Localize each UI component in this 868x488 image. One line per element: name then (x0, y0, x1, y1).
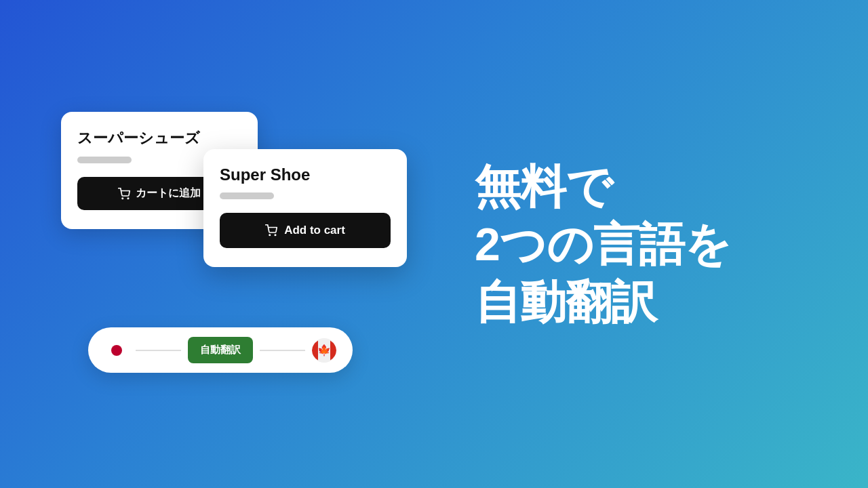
japanese-card-title: スーパーシューズ (77, 128, 241, 148)
headline-line2: 2つの言語を (475, 216, 731, 273)
cart-icon-jp (118, 188, 130, 200)
svg-point-1 (127, 198, 129, 199)
canada-flag-svg: 🍁 (312, 338, 336, 363)
line-right (260, 350, 305, 351)
auto-translate-button[interactable]: 自動翻訳 (188, 337, 253, 363)
english-add-btn-label: Add to cart (284, 224, 345, 237)
japanese-price-placeholder (77, 157, 132, 163)
japan-flag-circle (111, 345, 122, 356)
japanese-add-btn-label: カートに追加 (136, 186, 201, 201)
main-container: スーパーシューズ カートに追加 Super Shoe (0, 0, 868, 488)
cart-icon-en (265, 224, 277, 237)
headline-line3: 自動翻訳 (475, 273, 731, 331)
left-section: スーパーシューズ カートに追加 Super Shoe (0, 0, 434, 488)
english-add-to-cart-button[interactable]: Add to cart (220, 213, 391, 248)
svg-point-0 (122, 198, 123, 199)
headline: 無料で 2つの言語を 自動翻訳 (475, 158, 731, 331)
english-price-placeholder (220, 192, 274, 199)
canada-flag: 🍁 (312, 338, 336, 363)
svg-point-3 (275, 235, 276, 236)
svg-text:🍁: 🍁 (317, 344, 331, 357)
right-section: 無料で 2つの言語を 自動翻訳 (434, 0, 868, 488)
line-left (136, 350, 181, 351)
japan-flag (104, 338, 129, 363)
svg-point-2 (269, 235, 271, 236)
english-card-title: Super Shoe (220, 165, 391, 184)
translation-bar: 自動翻訳 🍁 (88, 327, 353, 373)
english-product-card: Super Shoe Add to cart (203, 149, 407, 267)
headline-line1: 無料で (475, 158, 731, 216)
